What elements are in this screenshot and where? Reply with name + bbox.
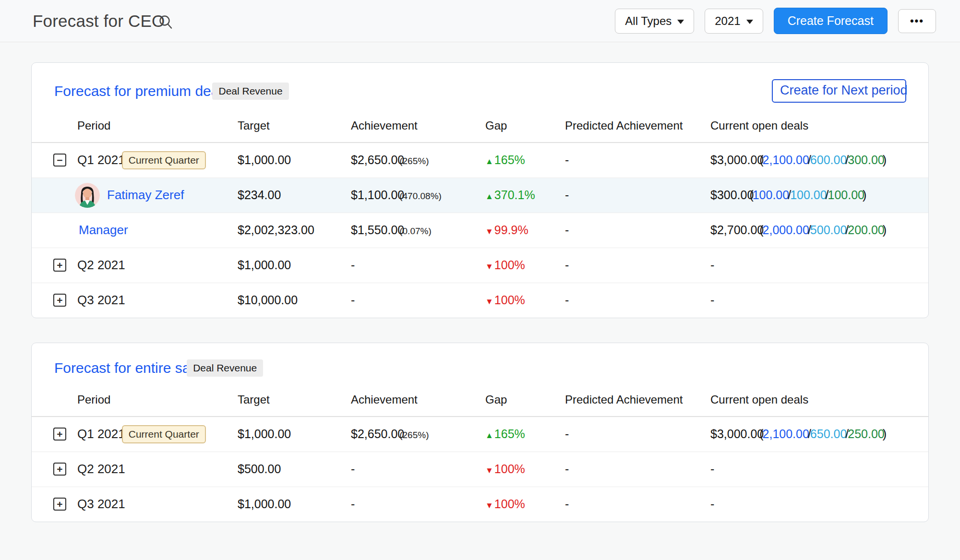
user-link[interactable]: Manager (79, 223, 128, 238)
user-link[interactable]: Fatimay Zeref (107, 188, 184, 203)
type-filter-dropdown[interactable]: All Types (615, 9, 694, 34)
gap-value: ▼99.9% (485, 223, 528, 237)
target-cell: $1,000.00 (238, 417, 351, 452)
expand-row-icon[interactable]: + (53, 498, 66, 511)
predicted-achievement-cell: - (565, 178, 710, 213)
period-label: Q3 2021 (77, 293, 125, 308)
collapse-row-icon[interactable]: − (53, 154, 66, 167)
top-bar: Forecast for CEO All Types 2021 Create F… (0, 0, 960, 42)
table-row: +Q1 2021Current Quarter$1,000.00$2,650.0… (32, 417, 929, 452)
year-filter-value: 2021 (715, 14, 740, 28)
gap-value: ▲165% (485, 153, 525, 167)
open-deals-stage3: 200.00 (848, 223, 884, 237)
expand-row-icon[interactable]: + (53, 428, 66, 441)
caret-down-icon (746, 20, 753, 24)
arrow-down-icon: ▼ (485, 262, 493, 271)
open-deals-total: $3,000.00 (710, 153, 764, 167)
gap-value: ▲165% (485, 427, 525, 441)
forecast-table: PeriodTargetAchievementGapPredicted Achi… (32, 114, 929, 318)
target-cell: $10,000.00 (238, 283, 351, 318)
column-header-gap: Gap (485, 114, 565, 143)
period-cell: +Q3 2021 (32, 487, 238, 522)
achievement-percent: (265%) (399, 430, 429, 440)
period-label: Q1 2021 (77, 153, 125, 167)
period-cell: +Q2 2021 (32, 248, 238, 283)
achievement-value: - (351, 258, 355, 272)
achievement-cell: $1,100.00(470.08%) (351, 178, 485, 213)
column-header-predicted-achievement: Predicted Achievement (565, 388, 710, 417)
caret-down-icon (677, 20, 684, 24)
table-row: +Q3 2021$1,000.00-▼100%-- (32, 487, 929, 522)
gap-cell: ▲370.1% (485, 178, 565, 213)
create-for-next-period-button[interactable]: Create for Next period (772, 79, 906, 103)
forecast-title-link[interactable]: Forecast for entire sal (54, 360, 193, 376)
topbar-actions: All Types 2021 Create Forecast ••• (615, 8, 936, 34)
table-row: +Q2 2021$1,000.00-▼100%-- (32, 248, 929, 283)
arrow-down-icon: ▼ (485, 501, 493, 510)
forecast-table: PeriodTargetAchievementGapPredicted Achi… (32, 388, 929, 522)
column-header-achievement: Achievement (351, 388, 485, 417)
expand-row-icon[interactable]: + (53, 294, 66, 307)
current-open-deals-cell: $3,000.00(2,100.00/650.00/250.00) (710, 417, 929, 452)
period-cell: Manager (32, 213, 238, 248)
achievement-value: $2,650.00 (351, 153, 404, 167)
forecast-card-entire-sales: Forecast for entire sal Deal Revenue Per… (31, 343, 929, 522)
open-deals-stage1: 2,100.00 (763, 153, 809, 167)
column-header-target: Target (238, 114, 351, 143)
column-header-gap: Gap (485, 388, 565, 417)
target-cell: $234.00 (238, 178, 351, 213)
predicted-achievement-cell: - (565, 487, 710, 522)
year-filter-dropdown[interactable]: 2021 (705, 9, 763, 34)
current-quarter-badge: Current Quarter (122, 151, 206, 169)
achievement-value: - (351, 462, 355, 476)
forecast-title-link[interactable]: Forecast for premium dea (54, 83, 219, 99)
column-header-current-open-deals: Current open deals (710, 114, 929, 143)
avatar-image (75, 183, 100, 208)
current-open-deals-cell: $3,000.00(2,100.00/600.00/300.00) (710, 143, 929, 178)
gap-value: ▼100% (485, 462, 525, 476)
achievement-percent: (470.08%) (399, 191, 442, 201)
column-header-period: Period (32, 388, 238, 417)
target-cell: $1,000.00 (238, 487, 351, 522)
open-deals-stage1: 100.00 (753, 188, 789, 202)
achievement-value: - (351, 497, 355, 511)
table-row: Fatimay Zeref$234.00$1,100.00(470.08%)▲3… (32, 178, 929, 213)
target-cell: $500.00 (238, 452, 351, 487)
column-header-period: Period (32, 114, 238, 143)
achievement-value: $1,100.00 (351, 188, 404, 202)
type-filter-value: All Types (625, 14, 672, 28)
table-row: +Q3 2021$10,000.00-▼100%-- (32, 283, 929, 318)
open-deals-total: $2,700.00 (710, 223, 764, 237)
search-icon[interactable] (157, 14, 175, 33)
card-header: Forecast for premium dea Deal Revenue Cr… (32, 63, 928, 114)
achievement-cell: $1,550.00(0.07%) (351, 213, 485, 248)
gap-cell: ▼100% (485, 487, 565, 522)
period-cell: −Q1 2021Current Quarter (32, 143, 238, 178)
open-deals-total: $3,000.00 (710, 427, 764, 441)
current-open-deals-cell: - (710, 283, 929, 318)
predicted-achievement-cell: - (565, 452, 710, 487)
arrow-down-icon: ▼ (485, 227, 493, 236)
achievement-percent: (265%) (399, 156, 429, 166)
current-open-deals-cell: - (710, 452, 929, 487)
current-quarter-badge: Current Quarter (122, 425, 206, 443)
open-deals-stage2: 650.00 (810, 427, 847, 441)
forecast-card-premium-deals: Forecast for premium dea Deal Revenue Cr… (31, 62, 929, 318)
period-label: Q2 2021 (77, 258, 125, 273)
gap-value: ▼100% (485, 293, 525, 307)
create-forecast-button[interactable]: Create Forecast (774, 8, 888, 34)
arrow-down-icon: ▼ (485, 297, 493, 306)
achievement-value: $2,650.00 (351, 427, 404, 441)
expand-row-icon[interactable]: + (53, 259, 66, 272)
open-deals-stage2: 100.00 (790, 188, 827, 202)
achievement-value: - (351, 293, 355, 307)
deal-revenue-tag: Deal Revenue (212, 83, 288, 100)
table-header-row: PeriodTargetAchievementGapPredicted Achi… (32, 114, 929, 143)
more-options-button[interactable]: ••• (898, 9, 936, 33)
gap-cell: ▼100% (485, 248, 565, 283)
expand-row-icon[interactable]: + (53, 463, 66, 476)
achievement-cell: - (351, 452, 485, 487)
achievement-value: $1,550.00 (351, 223, 404, 237)
gap-cell: ▲165% (485, 143, 565, 178)
open-deals-stage3: 300.00 (848, 153, 884, 167)
